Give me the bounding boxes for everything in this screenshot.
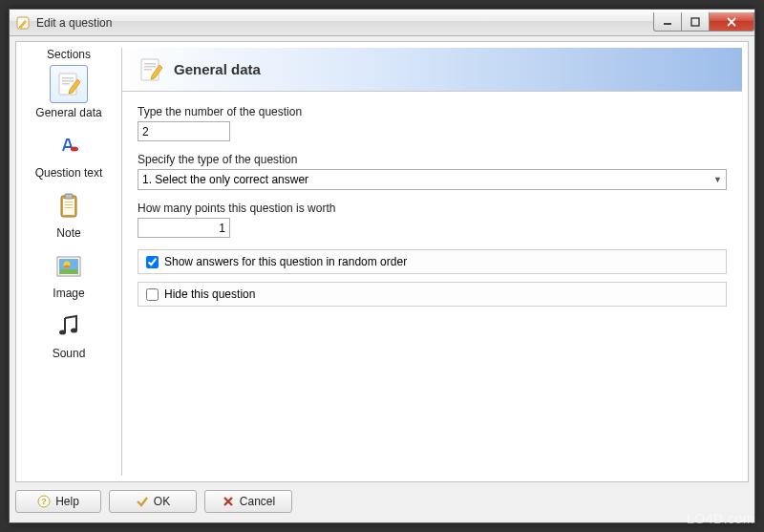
svg-rect-10 [65, 194, 73, 199]
svg-rect-23 [144, 69, 152, 71]
sidebar-item-label: Note [56, 226, 80, 240]
chevron-down-icon: ▼ [713, 175, 722, 184]
random-order-checkbox[interactable] [146, 256, 159, 268]
window-title: Edit a question [36, 16, 654, 30]
cancel-icon [222, 495, 235, 508]
text-color-icon [52, 129, 86, 163]
dialog-window: Edit a question Sections General data Qu… [9, 9, 755, 523]
sidebar-item-label: Question text [35, 166, 103, 180]
svg-rect-21 [144, 63, 156, 65]
random-order-row[interactable]: Show answers for this question in random… [138, 249, 727, 274]
panel-header: General data [122, 48, 742, 92]
client-area: Sections General data Question text Note [15, 41, 749, 482]
main-panel: General data Type the number of the ques… [121, 48, 742, 476]
ok-button-label: OK [154, 495, 170, 508]
points-input[interactable] [138, 218, 230, 238]
window-buttons [654, 12, 754, 32]
clipboard-icon [52, 189, 86, 223]
help-button[interactable]: ? Help [15, 490, 101, 513]
question-number-input[interactable] [138, 121, 230, 141]
sidebar-item-label: Sound [53, 347, 86, 360]
music-note-icon [52, 309, 86, 344]
image-icon [52, 249, 86, 284]
svg-rect-9 [63, 199, 74, 215]
close-button[interactable] [709, 12, 754, 32]
svg-rect-5 [62, 80, 74, 82]
svg-point-19 [71, 329, 77, 333]
maximize-button[interactable] [681, 12, 710, 32]
svg-rect-6 [62, 83, 70, 85]
sidebar-item-note[interactable]: Note [16, 189, 121, 240]
minimize-button[interactable] [653, 12, 682, 32]
cancel-button[interactable]: Cancel [204, 490, 292, 513]
help-button-label: Help [55, 495, 79, 508]
question-type-label: Specify the type of the question [138, 153, 727, 166]
sidebar-item-general-data[interactable]: General data [16, 65, 121, 119]
svg-point-7 [71, 147, 78, 152]
svg-rect-1 [664, 23, 671, 25]
ok-button[interactable]: OK [109, 490, 197, 513]
edit-page-icon [138, 56, 164, 83]
sidebar-title: Sections [16, 48, 121, 61]
sidebar-item-sound[interactable]: Sound [16, 309, 121, 360]
svg-rect-2 [691, 18, 699, 26]
check-icon [136, 495, 149, 508]
svg-rect-4 [62, 77, 74, 79]
help-icon: ? [37, 495, 51, 508]
question-type-value: 1. Select the only correct answer [142, 173, 308, 186]
svg-rect-22 [144, 66, 156, 68]
titlebar: Edit a question [10, 10, 754, 36]
sidebar-item-question-text[interactable]: Question text [16, 129, 121, 180]
hide-question-label: Hide this question [164, 287, 255, 301]
question-type-select[interactable]: 1. Select the only correct answer ▼ [138, 169, 727, 190]
svg-rect-12 [65, 204, 73, 205]
svg-point-18 [59, 330, 66, 335]
hide-question-row[interactable]: Hide this question [138, 282, 727, 307]
edit-icon [50, 65, 88, 103]
cancel-button-label: Cancel [240, 495, 275, 508]
svg-rect-13 [65, 207, 73, 208]
question-number-label: Type the number of the question [138, 105, 727, 118]
footer: ? Help OK Cancel [15, 486, 749, 517]
points-label: How many points this question is worth [138, 202, 727, 215]
random-order-label: Show answers for this question in random… [164, 255, 407, 268]
sidebar-item-label: General data [35, 106, 101, 119]
svg-rect-17 [59, 269, 78, 274]
form-area: Type the number of the question Specify … [122, 92, 742, 328]
sidebar-item-label: Image [53, 287, 84, 300]
sidebar-item-image[interactable]: Image [16, 249, 121, 300]
hide-question-checkbox[interactable] [146, 288, 159, 301]
svg-text:?: ? [41, 497, 47, 506]
svg-rect-11 [65, 202, 73, 202]
app-icon [15, 15, 31, 31]
panel-title: General data [174, 61, 261, 77]
sections-sidebar: Sections General data Question text Note [16, 42, 121, 481]
